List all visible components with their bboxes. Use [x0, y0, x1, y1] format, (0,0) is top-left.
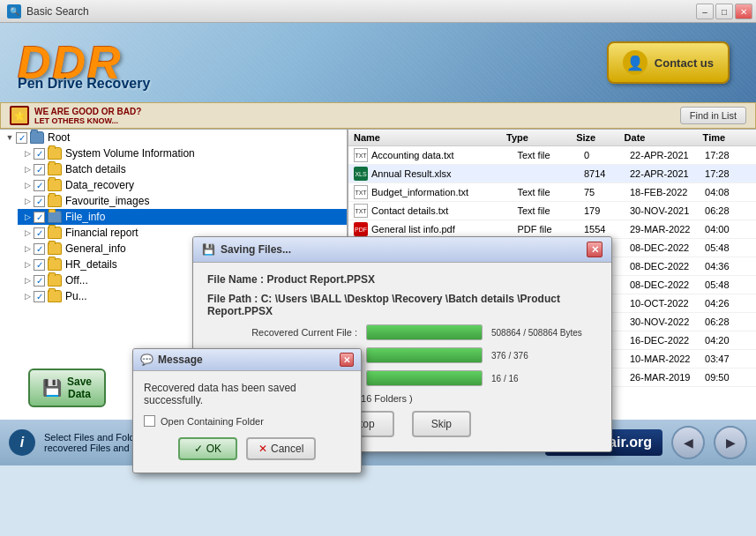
root-folder-icon: [30, 131, 44, 144]
tree-checkbox[interactable]: [34, 275, 45, 287]
file-date: 30-NOV-2022: [630, 316, 705, 327]
file-row[interactable]: TXT Budget_information.txt Text file 75 …: [348, 183, 756, 202]
tree-item[interactable]: ▷ Favourite_images: [18, 193, 347, 209]
tree-item[interactable]: ▷ Data_recovery: [18, 177, 347, 193]
saving-dialog-title: 💾 Saving Files...: [202, 243, 291, 256]
tree-expand[interactable]: ▷: [21, 211, 34, 223]
col-name: Name: [354, 132, 506, 143]
file-path-field: File Path : C: \Users \BALL \Desktop \Re…: [207, 293, 597, 317]
tree-checkbox[interactable]: [34, 291, 45, 302]
tree-checkbox-root[interactable]: [16, 132, 27, 144]
tree-checkbox[interactable]: [34, 212, 45, 223]
tree-checkbox[interactable]: [34, 164, 45, 175]
find-in-list-button[interactable]: Find in List: [680, 107, 746, 124]
saving-dialog-close[interactable]: ✕: [587, 242, 603, 257]
tree-expand[interactable]: ▷: [21, 147, 34, 160]
open-folder-checkbox[interactable]: [144, 415, 155, 427]
message-dialog-title: 💬 Message: [140, 354, 203, 366]
file-time: 05:48: [705, 242, 751, 253]
file-row[interactable]: TXT Contact details.txt Text file 179 30…: [348, 202, 756, 220]
tree-expand[interactable]: ▷: [21, 290, 34, 302]
file-row[interactable]: XLS Annual Result.xlsx 8714 22-APR-2021 …: [348, 165, 756, 183]
close-button[interactable]: ✕: [735, 4, 752, 19]
tree-checkbox[interactable]: [34, 259, 45, 271]
app-title: Pen Drive Recovery: [18, 76, 150, 92]
message-dialog-close[interactable]: ✕: [340, 353, 354, 367]
file-time: 04:26: [705, 298, 751, 309]
open-folder-label: Open Containing Folder: [161, 416, 264, 427]
tree-checkbox[interactable]: [34, 148, 45, 160]
maximize-button[interactable]: □: [715, 4, 733, 19]
file-date: 10-MAR-2022: [630, 354, 705, 364]
file-type: PDF file: [517, 224, 584, 234]
cancel-x-icon: ✕: [258, 443, 267, 455]
title-text: Basic Search: [26, 5, 89, 18]
tree-expand[interactable]: ▷: [21, 274, 34, 287]
contact-button[interactable]: 👤 Contact us: [607, 41, 730, 84]
save-data-button[interactable]: 💾 Save Data: [28, 368, 106, 407]
tree-expand[interactable]: ▷: [21, 179, 34, 191]
tree-checkbox[interactable]: [34, 243, 45, 255]
tree-label: File_info: [65, 211, 105, 223]
file-date: 22-APR-2021: [630, 168, 705, 179]
file-size: 8714: [584, 168, 630, 179]
next-button[interactable]: ▶: [714, 426, 747, 459]
tree-label: General_info: [65, 242, 126, 255]
tree-checkbox[interactable]: [34, 196, 45, 207]
progress-current-label: Recovered Current File :: [207, 327, 357, 338]
minimize-button[interactable]: –: [696, 4, 714, 19]
file-time: 06:28: [705, 205, 751, 216]
file-date: 26-MAR-2019: [630, 372, 705, 383]
skip-button[interactable]: Skip: [412, 411, 471, 437]
tree-item[interactable]: ▷ System Volume Information: [18, 145, 347, 161]
message-icon: 💬: [140, 354, 153, 366]
tree-root[interactable]: ▼ Root: [0, 130, 347, 145]
prev-button[interactable]: ◀: [671, 426, 705, 459]
file-date: 22-APR-2021: [630, 150, 705, 160]
file-date: 29-MAR-2022: [630, 224, 705, 234]
progress-current-bar: [366, 324, 483, 340]
tree-label: Data_recovery: [65, 179, 134, 191]
file-date: 08-DEC-2022: [630, 242, 705, 253]
tree-expand-root[interactable]: ▼: [4, 131, 16, 144]
col-time: Time: [703, 132, 751, 143]
tree-expand[interactable]: ▷: [21, 242, 34, 255]
tree-checkbox[interactable]: [34, 227, 45, 239]
contact-icon: 👤: [623, 50, 647, 75]
file-size: 1554: [584, 224, 630, 234]
file-time: 04:36: [705, 261, 751, 272]
progress-folders-bar: [366, 370, 483, 386]
file-row[interactable]: TXT Accounting data.txt Text file 0 22-A…: [348, 146, 756, 165]
folder-icon: [48, 211, 62, 223]
open-folder-row[interactable]: Open Containing Folder: [144, 415, 350, 427]
tree-label: Batch details: [65, 163, 126, 175]
file-name-field: File Name : Product Report.PPSX: [207, 273, 597, 286]
tree-label: Financial report: [65, 227, 138, 239]
file-list-header: Name Type Size Date Time: [348, 130, 756, 146]
saving-icon: 💾: [202, 243, 215, 256]
tree-expand[interactable]: ▷: [21, 227, 34, 239]
folder-icon: [48, 258, 62, 271]
tree-expand[interactable]: ▷: [21, 163, 34, 175]
tree-expand[interactable]: ▷: [21, 195, 34, 207]
file-name: General list info.pdf: [371, 224, 517, 234]
tree-item[interactable]: ▷ Batch details: [18, 161, 347, 177]
file-date: 10-OCT-2022: [630, 298, 705, 309]
tree-item-selected[interactable]: ▷ File_info: [18, 209, 347, 225]
cancel-button[interactable]: ✕ Cancel: [246, 437, 316, 460]
tree-checkbox[interactable]: [34, 180, 45, 191]
progress-current-file: Recovered Current File : 508864 / 508864…: [207, 324, 597, 340]
message-dialog-body: Recovered data has been saved successful…: [133, 371, 361, 473]
banner-icon: ⭐: [10, 106, 29, 125]
saving-dialog-title-bar: 💾 Saving Files... ✕: [193, 237, 611, 263]
tree-expand[interactable]: ▷: [21, 258, 34, 271]
ok-button[interactable]: ✓ OK: [178, 437, 237, 460]
message-dialog-title-bar: 💬 Message ✕: [133, 349, 361, 371]
progress-folders-fill: [367, 371, 482, 385]
file-time: 17:28: [705, 168, 751, 179]
tree-label: System Volume Information: [65, 147, 195, 160]
file-date: 08-DEC-2022: [630, 261, 705, 272]
banner-text: WE ARE GOOD OR BAD? LET OTHERS KNOW...: [34, 107, 141, 125]
txt-file-icon: TXT: [354, 204, 368, 218]
col-type: Type: [506, 132, 576, 143]
